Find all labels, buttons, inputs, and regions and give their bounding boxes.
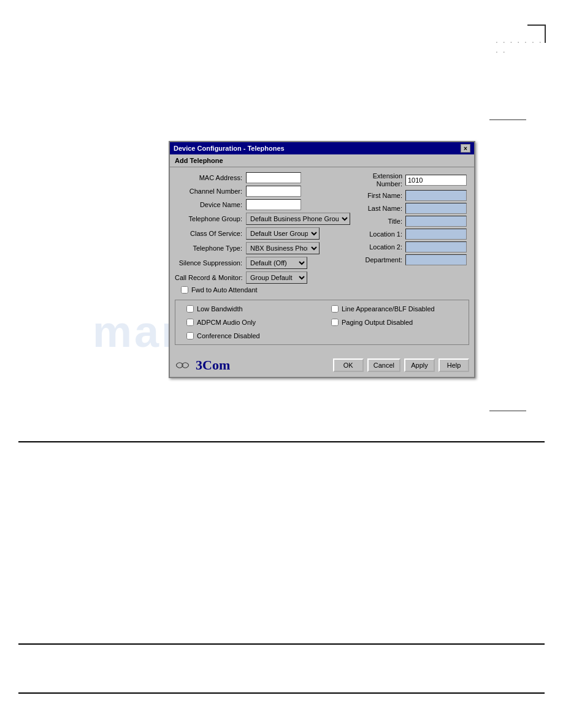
- silence-suppression-row: Silence Suppression: Default (Off): [175, 257, 350, 269]
- channel-number-label: Channel Number:: [175, 188, 242, 195]
- logo-area: 3Com: [175, 357, 230, 373]
- adpcm-audio-label: ADPCM Audio Only: [197, 319, 256, 326]
- dialog-subtitle: Add Telephone: [170, 154, 474, 167]
- checkboxes-grid: Low Bandwidth Line Appearance/BLF Disabl…: [180, 303, 464, 342]
- title-row: Title:: [356, 216, 469, 227]
- small-line-bottom: [489, 411, 526, 411]
- device-name-row: Device Name:: [175, 199, 350, 210]
- location1-row: Location 1:: [356, 229, 469, 240]
- line-appearance-checkbox[interactable]: [331, 305, 339, 313]
- low-bandwidth-checkbox[interactable]: [186, 305, 194, 313]
- title-label: Title:: [356, 218, 402, 225]
- first-name-label: First Name:: [356, 192, 402, 199]
- channel-number-row: Channel Number:: [175, 186, 350, 197]
- last-name-label: Last Name:: [356, 205, 402, 212]
- extension-number-label: ExtensionNumber:: [356, 172, 402, 188]
- conference-disabled-checkbox[interactable]: [186, 332, 194, 339]
- apply-button[interactable]: Apply: [404, 358, 435, 372]
- device-name-input[interactable]: [246, 199, 301, 210]
- location2-label: Location 2:: [356, 243, 402, 251]
- extension-number-row: ExtensionNumber:: [356, 172, 469, 188]
- location2-row: Location 2:: [356, 241, 469, 252]
- low-bandwidth-label: Low Bandwidth: [197, 305, 243, 313]
- mac-address-input[interactable]: [246, 172, 301, 183]
- telephone-group-row: Telephone Group: Default Business Phone …: [175, 213, 350, 225]
- device-config-dialog: Device Configuration - Telephones × Add …: [169, 141, 475, 378]
- silence-suppression-label: Silence Suppression:: [175, 259, 242, 267]
- first-name-row: First Name:: [356, 190, 469, 201]
- location1-label: Location 1:: [356, 230, 402, 238]
- close-button[interactable]: ×: [461, 144, 470, 153]
- 3com-logo-icon: [175, 359, 193, 371]
- dialog-titlebar: Device Configuration - Telephones ×: [170, 142, 474, 154]
- horizontal-rule-top: [18, 441, 545, 442]
- telephone-group-select[interactable]: Default Business Phone Group: [246, 213, 350, 225]
- silence-suppression-select[interactable]: Default (Off): [246, 257, 307, 269]
- help-button[interactable]: Help: [439, 358, 469, 372]
- class-of-service-row: Class Of Service: Default User Group: [175, 227, 350, 240]
- class-of-service-select[interactable]: Default User Group: [246, 227, 320, 240]
- class-of-service-label: Class Of Service:: [175, 230, 242, 237]
- telephone-type-select[interactable]: NBX Business Phone: [246, 242, 320, 254]
- cancel-button[interactable]: Cancel: [367, 358, 400, 372]
- dots-decoration: [496, 37, 545, 55]
- department-input[interactable]: [405, 254, 467, 265]
- mac-address-row: MAC Address:: [175, 172, 350, 183]
- form-columns: MAC Address: Channel Number: Device Name…: [175, 172, 469, 296]
- department-label: Department:: [356, 256, 402, 264]
- dialog-title: Device Configuration - Telephones: [174, 145, 285, 152]
- telephone-type-label: Telephone Type:: [175, 245, 242, 252]
- line-appearance-row: Line Appearance/BLF Disabled: [331, 305, 464, 313]
- call-record-label: Call Record & Monitor:: [175, 274, 242, 281]
- telephone-type-row: Telephone Type: NBX Business Phone: [175, 242, 350, 254]
- mac-address-label: MAC Address:: [175, 174, 242, 181]
- checkboxes-section: Low Bandwidth Line Appearance/BLF Disabl…: [175, 300, 469, 345]
- call-record-select[interactable]: Group Default: [246, 271, 307, 284]
- title-input[interactable]: [405, 216, 467, 227]
- horizontal-rule-bottom: [18, 643, 545, 645]
- location2-input[interactable]: [405, 241, 467, 252]
- conference-disabled-row: Conference Disabled: [186, 332, 319, 339]
- dialog-body: MAC Address: Channel Number: Device Name…: [170, 167, 474, 354]
- adpcm-audio-checkbox[interactable]: [186, 319, 194, 326]
- fwd-auto-attendant-row: Fwd to Auto Attendant: [181, 286, 350, 294]
- department-row: Department:: [356, 254, 469, 265]
- extension-number-input[interactable]: [405, 175, 467, 186]
- logo-text: 3Com: [196, 357, 230, 373]
- horizontal-rule-very-bottom: [18, 692, 545, 694]
- form-left-column: MAC Address: Channel Number: Device Name…: [175, 172, 350, 296]
- last-name-input[interactable]: [405, 203, 467, 214]
- last-name-row: Last Name:: [356, 203, 469, 214]
- line-appearance-label: Line Appearance/BLF Disabled: [342, 305, 435, 313]
- form-right-column: ExtensionNumber: First Name: Last Name: …: [356, 172, 469, 296]
- first-name-input[interactable]: [405, 190, 467, 201]
- channel-number-input[interactable]: [246, 186, 301, 197]
- low-bandwidth-row: Low Bandwidth: [186, 305, 319, 313]
- paging-output-label: Paging Output Disabled: [342, 319, 413, 326]
- fwd-auto-attendant-checkbox[interactable]: [181, 286, 188, 294]
- telephone-group-label: Telephone Group:: [175, 215, 242, 222]
- paging-output-row: Paging Output Disabled: [331, 319, 464, 326]
- adpcm-audio-row: ADPCM Audio Only: [186, 319, 319, 326]
- paging-output-checkbox[interactable]: [331, 319, 339, 326]
- conference-disabled-label: Conference Disabled: [197, 332, 260, 339]
- small-line-top: [489, 119, 526, 120]
- dialog-footer: 3Com OK Cancel Apply Help: [170, 354, 474, 377]
- fwd-auto-attendant-label: Fwd to Auto Attendant: [191, 286, 258, 294]
- ok-button[interactable]: OK: [333, 358, 364, 372]
- dialog-buttons: OK Cancel Apply Help: [333, 358, 469, 372]
- location1-input[interactable]: [405, 229, 467, 240]
- device-name-label: Device Name:: [175, 201, 242, 208]
- call-record-row: Call Record & Monitor: Group Default: [175, 271, 350, 284]
